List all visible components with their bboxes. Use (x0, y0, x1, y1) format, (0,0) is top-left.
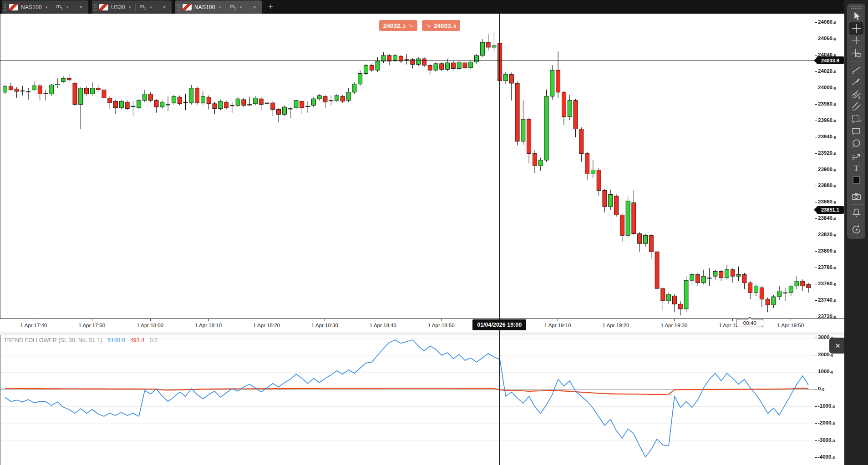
time-tick (558, 319, 558, 321)
symbol-flag-icon (9, 4, 18, 10)
snap-to-bar-icon[interactable] (849, 47, 863, 59)
cursor-icon[interactable] (849, 10, 863, 22)
candle-18:22 (277, 108, 281, 122)
time-axis[interactable]: 1 Apr 17:401 Apr 17:501 Apr 18:001 Apr 1… (0, 318, 844, 333)
chevron-down-icon[interactable]: ▾ (66, 4, 70, 10)
close-tab-icon[interactable]: × (162, 4, 167, 10)
chevron-down-icon[interactable]: ▾ (128, 4, 132, 10)
candle-18:56 (475, 54, 479, 64)
time-tick (791, 319, 791, 321)
candle-19:24 (638, 232, 642, 252)
candle-19:09 (550, 65, 554, 99)
candle-19:38 (719, 270, 723, 281)
indicator-close-button[interactable]: × (829, 338, 846, 354)
close-tab-icon[interactable]: × (78, 4, 84, 10)
price-tick: 24060.0 (818, 35, 836, 41)
candle-18:39 (376, 57, 380, 71)
crosshair-small-icon[interactable] (849, 35, 863, 47)
candle-18:37 (364, 64, 368, 75)
candle-19:31 (678, 301, 682, 315)
tab-nas100-1[interactable]: NAS100 ▾ m1 ▾ × (2, 0, 88, 14)
rectangle-icon[interactable] (849, 125, 863, 137)
indicator-panel[interactable] (0, 335, 815, 465)
equidistant-channel-icon[interactable]: E (849, 88, 863, 100)
candle-19:21 (620, 213, 624, 242)
tab-drag-handle-icon[interactable] (4, 4, 6, 11)
time-tick (34, 319, 34, 321)
alarm-bell-icon[interactable] (849, 207, 863, 219)
toolbar-divider (850, 221, 863, 221)
chevron-down-icon[interactable]: ▾ (149, 4, 153, 10)
buy-button[interactable]: ↘ 24033.9 (422, 20, 460, 31)
candle-19:28 (661, 287, 665, 311)
candle-19:48 (777, 286, 782, 300)
camera-icon[interactable] (849, 190, 863, 202)
candle-18:04 (172, 95, 176, 105)
candle-17:43 (50, 84, 54, 96)
add-chart-button[interactable]: + (264, 0, 278, 14)
candle-19:03 (515, 81, 519, 145)
candle-17:54 (114, 100, 118, 114)
fibonacci-box-icon[interactable]: F (849, 112, 863, 125)
bar-replay-icon[interactable] (849, 223, 863, 235)
crosshair-icon[interactable] (849, 22, 863, 35)
symbol-flag-icon (99, 4, 108, 10)
time-label: 1 Apr 18:30 (311, 323, 338, 328)
time-label: 1 Apr 19:10 (544, 323, 571, 328)
candle-18:32 (335, 94, 339, 102)
time-tick (208, 319, 209, 321)
candle-17:42 (44, 90, 48, 100)
trend-line-icon[interactable] (849, 63, 863, 76)
timeframe-selector[interactable]: m1 (139, 3, 146, 10)
candle-18:03 (166, 96, 170, 111)
indicator-canvas[interactable] (0, 335, 815, 465)
tab-us30[interactable]: US30 ▾ m1 ▾ × (92, 0, 172, 14)
freehand-draw-icon[interactable] (849, 76, 863, 88)
chevron-down-icon[interactable]: ▾ (239, 4, 243, 10)
color-swatch-icon[interactable] (849, 174, 863, 186)
chevron-down-icon[interactable]: ▾ (45, 4, 49, 10)
sell-button[interactable]: 24032.3 ↘ (379, 20, 417, 31)
drag-handle-icon[interactable] (851, 6, 862, 9)
parallel-lines-icon[interactable] (849, 100, 863, 112)
candle-19:01 (503, 72, 508, 84)
timeframe-selector[interactable]: m1 (229, 3, 236, 10)
arrow-annotation-icon[interactable] (849, 149, 863, 162)
svg-text:E: E (858, 96, 860, 100)
time-label: 1 Apr 19:50 (777, 323, 804, 328)
indicator-axis[interactable]: 3000.02000.01000.00.0-1000.0-2000.0-3000… (815, 335, 844, 465)
candle-18:14 (230, 102, 234, 112)
time-tick (267, 319, 267, 321)
tab-divider (225, 4, 226, 11)
main-chart-panel[interactable] (0, 14, 815, 318)
candle-19:45 (760, 286, 764, 308)
ellipse-icon[interactable] (849, 137, 863, 149)
tab-symbol-label: US30 (111, 4, 125, 10)
candle-19:02 (509, 73, 513, 101)
chevron-down-icon[interactable]: ▾ (218, 4, 222, 10)
indicator-tick: -2000.0 (818, 420, 835, 426)
candle-17:49 (85, 86, 89, 96)
tab-symbol-label: NAS100 (194, 4, 215, 10)
candlestick-canvas[interactable] (0, 14, 815, 318)
price-tick: 23860.0 (818, 199, 836, 205)
text-tool-icon[interactable]: T (849, 162, 863, 174)
close-tab-icon[interactable]: × (252, 4, 257, 10)
tab-drag-handle-icon[interactable] (94, 4, 96, 11)
timeframe-selector[interactable]: m1 (56, 3, 62, 10)
bar-countdown-bubble[interactable]: 00:40 (736, 319, 763, 327)
candle-18:33 (340, 95, 345, 103)
time-tick (441, 319, 442, 321)
candle-18:11 (213, 102, 217, 114)
time-tick (325, 319, 325, 321)
candle-18:40 (381, 52, 386, 63)
candle-19:25 (643, 234, 647, 247)
tab-nas100-2-active[interactable]: NAS100 ▾ m1 ▾ × (175, 0, 262, 14)
tab-drag-handle-icon[interactable] (177, 4, 180, 11)
candle-17:44 (56, 78, 60, 88)
indicator-legend: TREND FOLLOWER (Sí, 30, No, Sí, 1) 5140.… (4, 337, 157, 344)
candle-17:40 (32, 81, 36, 91)
candle-17:38 (20, 86, 25, 96)
candle-17:56 (125, 101, 129, 111)
current-price-line[interactable] (0, 61, 815, 61)
